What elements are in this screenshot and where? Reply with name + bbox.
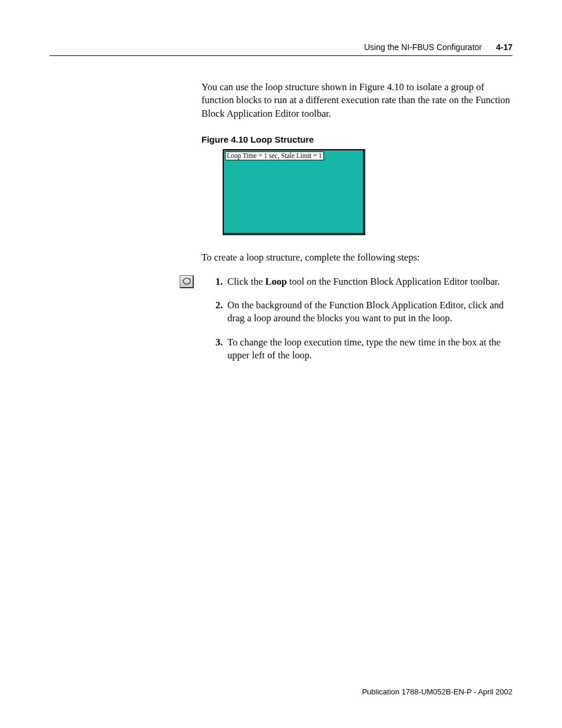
header-page-number: 4-17 xyxy=(496,42,513,52)
step-text-bold: Loop xyxy=(265,276,287,287)
steps-list: 1. Click the Loop tool on the Function B… xyxy=(212,275,514,362)
step-number: 3. xyxy=(212,336,223,349)
header-section-title: Using the NI-FBUS Configurator xyxy=(364,42,482,52)
steps-area: 1. Click the Loop tool on the Function B… xyxy=(201,275,514,362)
step-body: Click the Loop tool on the Function Bloc… xyxy=(227,275,514,288)
step-text-prefix: To change the loop execution time, type … xyxy=(227,337,501,361)
header-divider xyxy=(49,55,513,56)
page: Using the NI-FBUS Configurator 4-17 You … xyxy=(0,0,562,728)
step-3: 3. To change the loop execution time, ty… xyxy=(212,336,514,363)
figure-caption: Figure 4.10 Loop Structure xyxy=(201,134,514,144)
svg-point-0 xyxy=(183,278,190,284)
loop-structure-box: Loop Time = 1 sec, Stale Limit = 1 xyxy=(223,149,365,235)
step-2: 2. On the background of the Function Blo… xyxy=(212,299,514,325)
step-body: To change the loop execution time, type … xyxy=(227,336,514,363)
margin-icon-container xyxy=(180,275,194,288)
loop-tool-icon xyxy=(180,275,194,288)
step-text-prefix: On the background of the Function Block … xyxy=(227,299,504,324)
step-number: 2. xyxy=(212,299,223,312)
intro-paragraph: You can use the loop structure shown in … xyxy=(201,81,514,120)
step-text-prefix: Click the xyxy=(227,276,265,287)
page-header: Using the NI-FBUS Configurator 4-17 xyxy=(49,42,513,52)
footer-publication: Publication 1788-UM052B-EN-P - April 200… xyxy=(362,687,513,696)
step-body: On the background of the Function Block … xyxy=(227,299,514,325)
step-number: 1. xyxy=(212,275,223,288)
main-content: You can use the loop structure shown in … xyxy=(201,81,514,362)
loop-structure-label: Loop Time = 1 sec, Stale Limit = 1 xyxy=(225,151,324,160)
figure-loop-structure: Loop Time = 1 sec, Stale Limit = 1 xyxy=(223,149,514,235)
step-1: 1. Click the Loop tool on the Function B… xyxy=(212,275,514,288)
step-text-suffix: tool on the Function Block Application E… xyxy=(287,276,500,287)
steps-lead-in: To create a loop structure, complete the… xyxy=(201,252,514,263)
